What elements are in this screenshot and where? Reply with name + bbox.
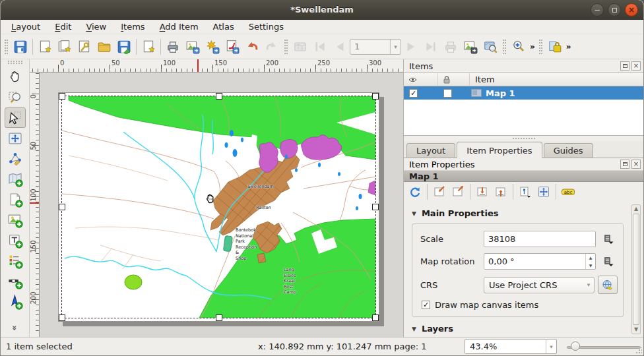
main-properties-section[interactable]: ▼ Main Properties (404, 202, 643, 222)
zoom-in-button[interactable] (509, 37, 529, 57)
menu-items[interactable]: Items (114, 20, 151, 33)
map-item-map1[interactable]: Swellendam Railton Bontebok National Par… (62, 96, 375, 318)
selection-handle-sw[interactable] (59, 314, 65, 321)
spin-up-button[interactable]: ▲ (586, 254, 595, 262)
selection-handle-ne[interactable] (372, 93, 379, 100)
zoom-slider-handle[interactable] (571, 341, 580, 351)
add-picture-tool[interactable] (5, 210, 26, 230)
save-template-button[interactable] (114, 37, 134, 57)
scroll-up-arrow[interactable]: ▲ (634, 205, 638, 213)
zoom-tool[interactable] (5, 87, 26, 107)
scale-override-button[interactable] (599, 231, 618, 247)
spin-down-button[interactable]: ▼ (586, 262, 595, 270)
items-float-button[interactable] (620, 61, 629, 71)
toolbox-grip[interactable] (8, 61, 22, 64)
set-extent-to-canvas-button[interactable] (431, 183, 448, 200)
add-label-tool[interactable] (5, 230, 26, 251)
set-scale-to-canvas-button[interactable] (474, 183, 491, 200)
layout-canvas[interactable]: Swellendam Railton Bontebok National Par… (40, 73, 403, 337)
export-atlas-button[interactable] (461, 37, 480, 57)
add-scalebar-tool[interactable] (5, 271, 26, 291)
edit-map-extent-button[interactable] (517, 183, 534, 200)
atlas-first-feature-button[interactable] (310, 37, 330, 57)
scroll-down-arrow[interactable]: ▼ (634, 326, 638, 334)
atlas-previous-feature-button[interactable] (330, 37, 350, 57)
move-content-tool[interactable] (5, 128, 26, 148)
toolbar-grip[interactable] (539, 40, 542, 54)
draw-canvas-items-checkbox[interactable]: ✓ (422, 301, 430, 309)
zoom-combo-arrow-icon[interactable]: ▾ (546, 340, 556, 353)
atlas-last-feature-button[interactable] (421, 37, 441, 57)
layout-manager-button[interactable] (75, 37, 94, 57)
maximize-button[interactable] (608, 3, 621, 16)
export-svg-button[interactable] (203, 37, 222, 57)
toolbar-grip[interactable] (284, 40, 288, 54)
add-map-tool[interactable] (5, 169, 26, 189)
add-north-arrow-tool[interactable] (5, 291, 26, 312)
selection-handle-w[interactable] (59, 204, 65, 210)
preview-atlas-button[interactable] (480, 37, 500, 57)
selection-handle-s[interactable] (216, 314, 222, 321)
undo-button[interactable] (242, 37, 262, 57)
menu-layout[interactable]: Layout (5, 20, 47, 33)
visibility-checkbox[interactable]: ✓ (409, 89, 418, 98)
menu-settings[interactable]: Settings (242, 20, 290, 33)
dock-splitter[interactable] (404, 136, 643, 141)
zoom-slider[interactable] (567, 340, 641, 354)
menu-view[interactable]: View (79, 20, 113, 33)
rotation-override-button[interactable] (599, 253, 618, 270)
properties-scrollbar[interactable]: ▲ ▼ (631, 204, 641, 334)
resize-grip[interactable] (635, 347, 642, 354)
view-scale-in-canvas-button[interactable] (492, 183, 509, 200)
lock-items-button[interactable] (545, 37, 565, 57)
item-column-header[interactable]: Item (470, 73, 643, 86)
toolbar-grip[interactable] (503, 40, 506, 54)
select-move-item-tool[interactable] (5, 107, 26, 128)
toolbar-grip[interactable] (5, 40, 8, 54)
items-close-button[interactable]: × (631, 61, 641, 71)
add-3d-map-tool[interactable] (5, 189, 26, 210)
add-pages-button[interactable] (139, 37, 158, 57)
duplicate-layout-button[interactable] (55, 37, 75, 57)
labeling-settings-button[interactable]: abc (560, 183, 577, 200)
tab-item-properties[interactable]: Item Properties (457, 142, 542, 158)
update-map-preview-button[interactable] (406, 183, 424, 200)
redo-button[interactable] (262, 37, 282, 57)
visibility-column-header[interactable] (404, 73, 438, 86)
atlas-page-combo[interactable]: ▾ (350, 39, 401, 55)
layers-section[interactable]: ▼ Layers (404, 317, 643, 337)
selection-handle-nw[interactable] (59, 93, 65, 100)
scale-input[interactable] (484, 234, 595, 244)
tab-guides[interactable]: Guides (544, 143, 593, 158)
zoom-level-combo[interactable]: 43.4% ▾ (465, 339, 557, 354)
menu-add-item[interactable]: Add Item (153, 20, 205, 33)
lock-toolbar-overflow[interactable]: » (565, 42, 573, 51)
atlas-settings-button[interactable] (290, 37, 310, 57)
view-extent-in-canvas-button[interactable] (449, 183, 467, 200)
properties-float-button[interactable] (620, 160, 629, 169)
vertical-ruler[interactable]: 0 50 100 150 200 (30, 73, 40, 337)
horizontal-ruler[interactable]: 0 50 100 150 200 250 300 (30, 59, 403, 73)
export-image-button[interactable] (183, 37, 203, 57)
print-atlas-button[interactable] (441, 37, 461, 57)
selection-handle-se[interactable] (372, 314, 379, 321)
tab-layout[interactable]: Layout (406, 143, 455, 158)
menu-edit[interactable]: Edit (48, 20, 78, 33)
lock-checkbox[interactable] (443, 89, 452, 98)
close-button[interactable]: × (625, 3, 638, 16)
menu-atlas[interactable]: Atlas (207, 20, 241, 33)
add-legend-tool[interactable] (5, 251, 26, 271)
move-map-content-button[interactable] (535, 183, 552, 200)
atlas-page-input[interactable] (350, 42, 390, 51)
selection-handle-n[interactable] (216, 93, 222, 100)
save-project-button[interactable] (11, 37, 30, 57)
selection-handle-e[interactable] (372, 204, 379, 210)
pan-tool[interactable] (5, 67, 26, 87)
select-crs-button[interactable] (598, 276, 618, 294)
atlas-combo-arrow-icon[interactable]: ▾ (390, 40, 401, 54)
scrollbar-thumb[interactable] (633, 214, 639, 325)
map-rotation-input[interactable] (484, 256, 585, 266)
export-pdf-button[interactable] (222, 37, 242, 57)
items-row-map1[interactable]: ✓ Map 1 (404, 86, 643, 100)
zoom-toolbar-overflow[interactable]: » (529, 42, 536, 51)
